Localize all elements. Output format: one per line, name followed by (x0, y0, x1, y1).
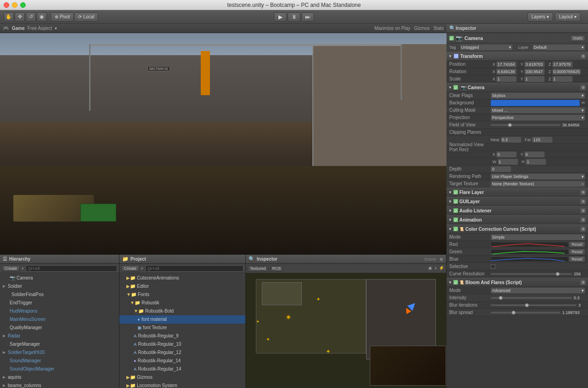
audio-icon[interactable]: ♪ (435, 265, 437, 272)
pause-button[interactable]: ⏸ (288, 12, 300, 22)
hier-item-soundmgr[interactable]: SoundManager (0, 357, 119, 365)
local-button[interactable]: ⟳ Local (74, 12, 98, 22)
maximize-on-play-btn[interactable]: Maximize on Play (374, 26, 410, 31)
pivot-button[interactable]: ⊕ Pivot (51, 12, 74, 22)
audio-listener-header[interactable]: ▼ ✓ Audio Listener ⚙ (447, 206, 588, 215)
hier-item-camera[interactable]: 📷 Camera (0, 274, 119, 282)
close-button[interactable] (4, 2, 9, 8)
rcb-btn[interactable]: RCB (270, 265, 283, 272)
camera-enabled[interactable]: ✓ (453, 85, 458, 90)
move-tool-button[interactable]: ✥ (15, 12, 25, 22)
depth-value[interactable]: 0 (491, 166, 511, 172)
object-enabled-checkbox[interactable]: ✓ (449, 36, 454, 40)
maximize-button[interactable] (20, 2, 26, 8)
red-reset-btn[interactable]: Reset (569, 241, 585, 248)
pos-x[interactable]: 17.74164 (496, 61, 517, 68)
hier-item-soldier[interactable]: ▶ Soldier (0, 282, 119, 291)
gui-settings-btn[interactable]: ⚙ (580, 198, 586, 205)
scale-y[interactable]: 1 (524, 76, 545, 82)
proj-font-material[interactable]: ● font material (119, 315, 245, 324)
proj-robustik-10[interactable]: A Robustik-Regular_10 (119, 340, 245, 348)
project-create-btn[interactable]: Create (121, 265, 139, 272)
vp-h[interactable]: 1 (526, 159, 546, 165)
hierarchy-create-btn[interactable]: Create (2, 265, 20, 272)
green-reset-btn[interactable]: Reset (569, 249, 585, 255)
scale-z[interactable]: 1 (552, 76, 573, 82)
camera-settings-btn[interactable]: ⚙ (580, 84, 586, 91)
bloom-header[interactable]: ▼ ✓ 📜 Bloom And Flares (Script) ⚙ (447, 278, 588, 287)
vp-y[interactable]: 0 (524, 151, 545, 158)
cc-mode-dropdown[interactable]: Simple ▾ (491, 234, 585, 240)
static-button[interactable]: Static (570, 35, 585, 41)
rot-y[interactable]: 330.9547 (524, 68, 545, 75)
pos-z[interactable]: 17.97578 (552, 61, 573, 68)
hier-item-radar[interactable]: ▶ Radar (0, 332, 119, 340)
audio-settings-btn[interactable]: ⚙ (580, 207, 586, 214)
background-color[interactable] (491, 100, 580, 106)
hier-item-beams[interactable]: ▶ beams_columns (0, 382, 119, 388)
audio-enabled[interactable]: ✓ (453, 208, 458, 213)
hierarchy-search[interactable] (26, 265, 117, 272)
proj-robustik-14b[interactable]: A Robustik-Regular_14 (119, 365, 245, 373)
projection-dropdown[interactable]: Perspective ▾ (491, 114, 585, 121)
target-texture-field[interactable]: None (Render Texture) ○ (491, 181, 585, 187)
green-curve[interactable] (491, 249, 569, 255)
blue-reset-btn[interactable]: Reset (569, 256, 585, 262)
proj-cutscene[interactable]: ▶📁 CutsceneAnimations (119, 274, 245, 282)
render-path-dropdown[interactable]: Use Player Settings ▾ (491, 173, 585, 180)
clear-flags-dropdown[interactable]: Skybox ▾ (491, 92, 585, 99)
culling-dropdown[interactable]: Mixed ... ▾ (491, 107, 585, 114)
rot-x[interactable]: 8.649139 (496, 68, 517, 75)
tag-dropdown[interactable]: Untagged ▾ (460, 44, 513, 51)
red-curve[interactable] (491, 242, 569, 247)
cc-settings-btn[interactable]: ⚙ (580, 226, 586, 232)
anim-settings-btn[interactable]: ⚙ (580, 217, 586, 223)
flare-settings-btn[interactable]: ⚙ (580, 189, 586, 195)
hier-item-sargemgr[interactable]: SargeManager (0, 340, 119, 348)
hier-item-hudweapons[interactable]: HudWeapons (0, 307, 119, 315)
proj-robustik-12[interactable]: A Robustik-Regular_12 (119, 348, 245, 357)
layer-dropdown[interactable]: Default ▾ (532, 44, 585, 51)
hier-item-endtrigger[interactable]: EndTrigger (0, 299, 119, 307)
proj-robustik-9[interactable]: A Robustik-Regular_9 (119, 332, 245, 340)
camera-section-header[interactable]: ▼ ✓ 📷 Camera ⚙ (447, 83, 588, 92)
proj-font-texture[interactable]: ▣ font Texture (119, 324, 245, 332)
hier-item-soldiertarget[interactable]: ▶ SoldierTargetHUD (0, 348, 119, 357)
proj-gizmos[interactable]: ▶📁 Gizmos (119, 373, 245, 382)
blur-iter-thumb[interactable] (525, 303, 529, 307)
transform-section-header[interactable]: ▼ Transform ⚙ (447, 51, 588, 61)
hier-item-soldierpos[interactable]: SoldierFinalPos (0, 291, 119, 299)
vp-w[interactable]: 1 (498, 159, 518, 165)
gizmos-btn[interactable]: Gizmos (414, 26, 430, 31)
hier-item-qualitymgr[interactable]: QualityManager (0, 324, 119, 332)
bloom-enabled[interactable]: ✓ (453, 280, 458, 285)
color-correction-header[interactable]: ▼ ✓ 📜 Color Correction Curves (Script) ⚙ (447, 224, 588, 234)
layout-dropdown[interactable]: Layout ▾ (555, 12, 581, 22)
fov-slider-thumb[interactable] (508, 123, 512, 127)
transform-settings-btn[interactable]: ⚙ (580, 53, 586, 59)
fx-icon[interactable]: ⚡ (439, 265, 444, 272)
minimize-button[interactable] (12, 2, 17, 8)
scale-tool-button[interactable]: ◉ (37, 12, 47, 22)
far-value[interactable]: 115 (532, 137, 553, 143)
curve-res-thumb[interactable] (556, 272, 560, 276)
stats-btn[interactable]: Stats (433, 26, 444, 31)
gui-layer-header[interactable]: ▼ ✓ GUILayer ⚙ (447, 197, 588, 206)
proj-editor[interactable]: ▶📁 Editor (119, 282, 245, 291)
proj-locomotion[interactable]: ▶📁 Locomotion System (119, 382, 245, 388)
flare-layer-header[interactable]: ▼ ✓ Flare Layer ⚙ (447, 188, 588, 197)
bloom-mode-dropdown[interactable]: Advanced ▾ (491, 287, 585, 294)
gui-enabled[interactable]: ✓ (453, 199, 458, 204)
proj-robustik-14a[interactable]: ● Robustik-Regular_14 (119, 357, 245, 365)
intensity-thumb[interactable] (499, 296, 503, 300)
cc-enabled[interactable]: ✓ (453, 227, 458, 231)
pos-y[interactable]: 3.618703 (524, 61, 545, 68)
sun-icon[interactable]: ☀ (428, 265, 433, 272)
rot-z[interactable]: 0.0009765625 (552, 68, 582, 75)
hier-item-mainmenu[interactable]: MainMenuScreen (0, 315, 119, 324)
rotate-tool-button[interactable]: ↺ (26, 12, 36, 22)
anim-enabled[interactable]: ✓ (453, 217, 458, 222)
play-button[interactable]: ▶ (274, 12, 287, 22)
bloom-settings-btn[interactable]: ⚙ (580, 279, 586, 285)
selective-checkbox[interactable] (491, 264, 495, 269)
